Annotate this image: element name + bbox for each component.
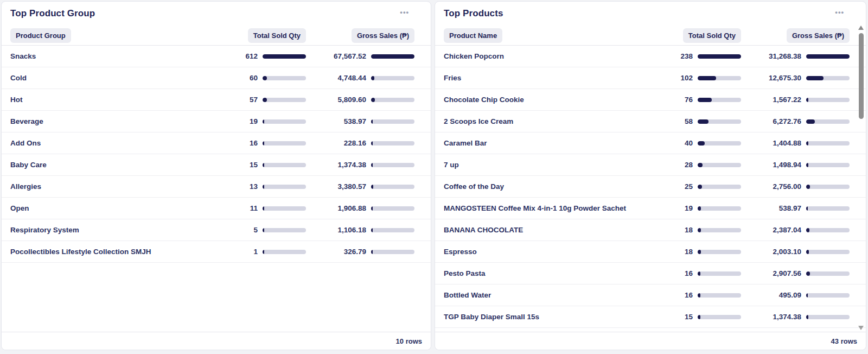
table-row[interactable]: Chocolate Chip Cookie761,567.22	[435, 89, 866, 111]
sales-bar	[371, 76, 414, 80]
table-body: Snacks61267,567.52Cold604,748.44Hot575,8…	[2, 46, 431, 263]
qty-value: 19	[685, 204, 693, 212]
sales-value: 31,268.38	[769, 52, 801, 60]
sales-value: 1,106.18	[337, 226, 366, 234]
more-options-icon[interactable]: •••	[400, 8, 409, 17]
card-header: Top Product Group •••	[2, 2, 431, 26]
qty-bar	[263, 76, 306, 80]
qty-bar	[698, 98, 741, 102]
qty-bar	[263, 228, 306, 232]
qty-bar	[698, 250, 741, 254]
sales-value: 2,387.04	[773, 226, 801, 234]
scroll-up-icon[interactable]	[858, 26, 864, 30]
vertical-scrollbar[interactable]	[858, 26, 864, 330]
table-row[interactable]: Espresso182,003.10	[435, 241, 866, 263]
sales-value: 495.09	[779, 291, 801, 299]
row-label: Pesto Pasta	[435, 269, 628, 277]
table-row[interactable]: Chicken Popcorn23831,268.38	[435, 46, 866, 67]
sales-bar	[806, 315, 850, 319]
column-header-product-name[interactable]: Product Name	[444, 28, 502, 43]
qty-bar	[263, 54, 306, 59]
qty-value: 58	[685, 117, 693, 125]
sales-bar	[806, 119, 850, 124]
qty-value: 25	[685, 182, 693, 191]
sales-value: 538.97	[344, 117, 366, 125]
qty-bar	[698, 185, 741, 189]
sales-value: 326.79	[344, 248, 366, 256]
qty-value: 18	[685, 226, 693, 234]
row-label: Allergies	[2, 182, 193, 191]
card-header: Top Products •••	[435, 2, 866, 26]
table-row[interactable]: 2 Scoops Ice Cream586,272.76	[435, 111, 866, 132]
qty-bar	[263, 141, 306, 146]
card-footer: 10 rows	[2, 332, 431, 350]
row-label: Hot	[2, 96, 193, 104]
table-row[interactable]: Pocollectibles Lifestyle Collection SMJH…	[2, 241, 431, 263]
qty-value: 15	[250, 161, 258, 169]
table-row[interactable]: 7 up281,498.94	[435, 154, 866, 176]
row-label: Chocolate Chip Cookie	[435, 96, 628, 104]
column-header-row: Product Group Total Sold Qty Gross Sales…	[2, 26, 431, 46]
sales-bar	[371, 206, 414, 211]
row-count: 10 rows	[396, 337, 422, 345]
qty-value: 76	[685, 96, 693, 104]
scroll-down-icon[interactable]	[858, 326, 864, 330]
row-label: Cold	[2, 74, 193, 82]
table-row[interactable]: Open111,906.88	[2, 198, 431, 219]
row-label: Open	[2, 204, 193, 212]
column-header-gross-sales[interactable]: Gross Sales (₱)	[787, 28, 850, 43]
card-title: Top Product Group	[10, 8, 95, 19]
sales-value: 228.16	[344, 139, 366, 147]
table-row[interactable]: Add Ons16228.16	[2, 132, 431, 154]
sales-value: 1,906.88	[337, 204, 366, 212]
sales-value: 1,498.94	[773, 161, 801, 169]
qty-bar	[263, 250, 306, 254]
table-row[interactable]: Baby Care151,374.38	[2, 154, 431, 176]
table-row[interactable]: BANANA CHOCOLATE182,387.04	[435, 219, 866, 241]
table-row[interactable]: Caramel Bar401,404.88	[435, 132, 866, 154]
row-label: 2 Scoops Ice Cream	[435, 117, 628, 125]
qty-bar	[698, 228, 741, 232]
table-row[interactable]: MANGOSTEEN Coffee Mix 4-in-1 10g Powder …	[435, 198, 866, 219]
table-row[interactable]: Bottled Water16495.09	[435, 285, 866, 306]
table-row[interactable]: Cold604,748.44	[2, 67, 431, 89]
qty-bar	[698, 119, 741, 124]
qty-value: 16	[685, 269, 693, 277]
sales-bar	[806, 206, 850, 211]
row-label: Chicken Popcorn	[435, 52, 628, 60]
table-row[interactable]: TGP Baby Diaper Small 15s151,374.38	[435, 306, 866, 328]
sales-value: 1,374.38	[337, 161, 366, 169]
row-label: BANANA CHOCOLATE	[435, 226, 628, 234]
table-row[interactable]: Pesto Pasta162,907.56	[435, 263, 866, 285]
sales-bar	[806, 98, 850, 102]
row-label: Coffee of the Day	[435, 182, 628, 191]
sales-value: 1,374.38	[773, 313, 801, 321]
card-title: Top Products	[444, 8, 503, 19]
qty-bar	[698, 163, 741, 167]
column-header-gross-sales[interactable]: Gross Sales (₱)	[352, 28, 414, 43]
qty-bar	[698, 315, 741, 319]
column-header-total-sold-qty[interactable]: Total Sold Qty	[683, 28, 741, 43]
sales-bar	[806, 54, 850, 59]
sales-bar	[371, 250, 414, 254]
scrollbar-thumb[interactable]	[859, 33, 864, 119]
table-row[interactable]: Allergies133,380.57	[2, 176, 431, 198]
row-label: Baby Care	[2, 161, 193, 169]
row-label: Caramel Bar	[435, 139, 628, 147]
table-row[interactable]: Fries10212,675.30	[435, 67, 866, 89]
qty-value: 18	[685, 248, 693, 256]
sales-value: 2,003.10	[773, 248, 801, 256]
qty-bar	[698, 271, 741, 276]
qty-value: 11	[250, 204, 258, 212]
sales-value: 6,272.76	[773, 117, 801, 125]
qty-bar	[698, 76, 741, 80]
sales-bar	[371, 119, 414, 124]
table-row[interactable]: Respiratory System51,106.18	[2, 219, 431, 241]
table-row[interactable]: Coffee of the Day252,756.00	[435, 176, 866, 198]
table-row[interactable]: Hot575,809.60	[2, 89, 431, 111]
column-header-product-group[interactable]: Product Group	[10, 28, 71, 43]
column-header-total-sold-qty[interactable]: Total Sold Qty	[248, 28, 306, 43]
table-row[interactable]: Snacks61267,567.52	[2, 46, 431, 67]
table-row[interactable]: Beverage19538.97	[2, 111, 431, 132]
more-options-icon[interactable]: •••	[835, 8, 844, 17]
